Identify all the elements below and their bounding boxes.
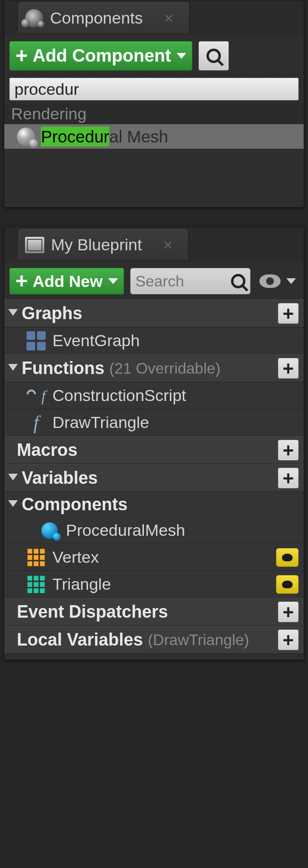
component-search-field[interactable] bbox=[9, 78, 299, 101]
add-component-label: Add Component bbox=[33, 46, 171, 66]
tree-item-label: Vertex bbox=[52, 548, 99, 567]
component-search-input[interactable] bbox=[14, 80, 294, 99]
section-components-vars-title: Components bbox=[22, 494, 128, 515]
section-functions[interactable]: Functions (21 Overridable) + bbox=[4, 354, 304, 382]
search-result-procedural-mesh[interactable]: Procedural Mesh bbox=[4, 124, 304, 149]
add-macro-button[interactable]: + bbox=[278, 440, 299, 461]
tree-item-label: DrawTriangle bbox=[52, 413, 149, 432]
components-toolbar: + Add Component bbox=[4, 35, 304, 76]
section-local-variables-sub: (DrawTriangle) bbox=[148, 631, 278, 649]
section-functions-title: Functions bbox=[22, 358, 104, 378]
array-icon bbox=[26, 575, 46, 594]
search-icon bbox=[206, 49, 221, 63]
my-blueprint-panel: My Blueprint × + Add New Graphs + EventG… bbox=[4, 227, 304, 660]
add-variable-button[interactable]: + bbox=[278, 467, 299, 489]
section-graphs[interactable]: Graphs + bbox=[4, 299, 304, 327]
visibility-filter-button[interactable] bbox=[257, 274, 299, 288]
blueprint-tab[interactable]: My Blueprint × bbox=[19, 229, 189, 260]
components-icon bbox=[25, 9, 43, 27]
chevron-down-icon bbox=[108, 278, 118, 284]
blueprint-icon bbox=[25, 237, 44, 253]
add-graph-button[interactable]: + bbox=[278, 303, 299, 324]
close-icon[interactable]: × bbox=[163, 235, 173, 254]
expand-icon bbox=[8, 500, 18, 507]
section-event-dispatchers[interactable]: Event Dispatchers + bbox=[4, 598, 304, 626]
section-macros-title: Macros bbox=[17, 440, 77, 460]
close-icon[interactable]: × bbox=[164, 9, 174, 27]
search-result-label: Procedural Mesh bbox=[41, 127, 168, 146]
blueprint-search-field[interactable] bbox=[130, 268, 251, 295]
search-icon bbox=[231, 274, 245, 288]
add-event-dispatcher-button[interactable]: + bbox=[278, 601, 299, 622]
eye-icon bbox=[282, 554, 293, 561]
section-components-vars[interactable]: Components bbox=[4, 492, 304, 517]
component-icon bbox=[40, 521, 59, 540]
chevron-down-icon bbox=[177, 53, 186, 59]
section-event-dispatchers-title: Event Dispatchers bbox=[17, 602, 168, 622]
section-macros[interactable]: Macros + bbox=[4, 436, 304, 464]
tree-item-vertex[interactable]: Vertex bbox=[4, 544, 304, 571]
add-local-variable-button[interactable]: + bbox=[278, 629, 299, 650]
section-graphs-title: Graphs bbox=[22, 303, 82, 324]
tree-item-label: ConstructionScript bbox=[52, 386, 186, 405]
tree-item-label: EventGraph bbox=[52, 331, 140, 350]
blueprint-tab-title: My Blueprint bbox=[51, 235, 142, 254]
tree-item-drawtriangle[interactable]: DrawTriangle bbox=[4, 409, 304, 436]
section-local-variables[interactable]: Local Variables (DrawTriangle) + bbox=[4, 626, 304, 654]
section-functions-sub: (21 Overridable) bbox=[109, 360, 220, 377]
section-variables[interactable]: Variables + bbox=[4, 464, 304, 492]
mesh-icon bbox=[17, 128, 35, 146]
tree-item-triangle[interactable]: Triangle bbox=[4, 571, 304, 598]
plus-icon: + bbox=[15, 271, 28, 292]
visibility-toggle[interactable] bbox=[276, 548, 299, 567]
chevron-down-icon bbox=[286, 278, 296, 284]
blueprint-tab-bar: My Blueprint × bbox=[4, 227, 304, 262]
eye-icon bbox=[282, 581, 293, 588]
expand-icon bbox=[8, 364, 18, 371]
section-variables-title: Variables bbox=[22, 468, 98, 488]
tree-item-constructionscript[interactable]: f ConstructionScript bbox=[4, 382, 304, 409]
search-result-highlight: Procedur bbox=[41, 127, 109, 146]
tree-item-label: Triangle bbox=[52, 575, 111, 594]
search-components-button[interactable] bbox=[198, 41, 229, 71]
expand-icon bbox=[8, 474, 18, 480]
add-new-label: Add New bbox=[33, 272, 103, 291]
add-component-button[interactable]: + Add Component bbox=[9, 41, 192, 71]
graph-icon bbox=[26, 331, 46, 350]
components-tab[interactable]: Components × bbox=[19, 2, 190, 33]
tree-item-proceduralmesh[interactable]: ProceduralMesh bbox=[4, 517, 304, 544]
plus-icon: + bbox=[15, 45, 28, 66]
array-icon bbox=[26, 548, 46, 567]
components-tab-bar: Components × bbox=[4, 0, 304, 35]
search-result-suffix: al Mesh bbox=[109, 127, 168, 146]
function-icon bbox=[26, 413, 46, 432]
section-local-variables-title: Local Variables bbox=[17, 630, 143, 650]
blueprint-search-input[interactable] bbox=[135, 272, 227, 290]
blueprint-toolbar: + Add New bbox=[4, 262, 304, 299]
components-panel: Components × + Add Component Rendering P… bbox=[4, 0, 304, 207]
eye-icon bbox=[259, 274, 281, 288]
add-function-button[interactable]: + bbox=[278, 358, 299, 379]
search-category-header: Rendering bbox=[4, 104, 304, 124]
tree-item-eventgraph[interactable]: EventGraph bbox=[4, 327, 304, 354]
components-tab-title: Components bbox=[50, 9, 143, 27]
tree-item-label: ProceduralMesh bbox=[66, 521, 185, 540]
add-new-button[interactable]: + Add New bbox=[9, 268, 124, 295]
expand-icon bbox=[8, 309, 18, 316]
visibility-toggle[interactable] bbox=[276, 575, 299, 594]
construction-script-icon: f bbox=[26, 387, 46, 405]
